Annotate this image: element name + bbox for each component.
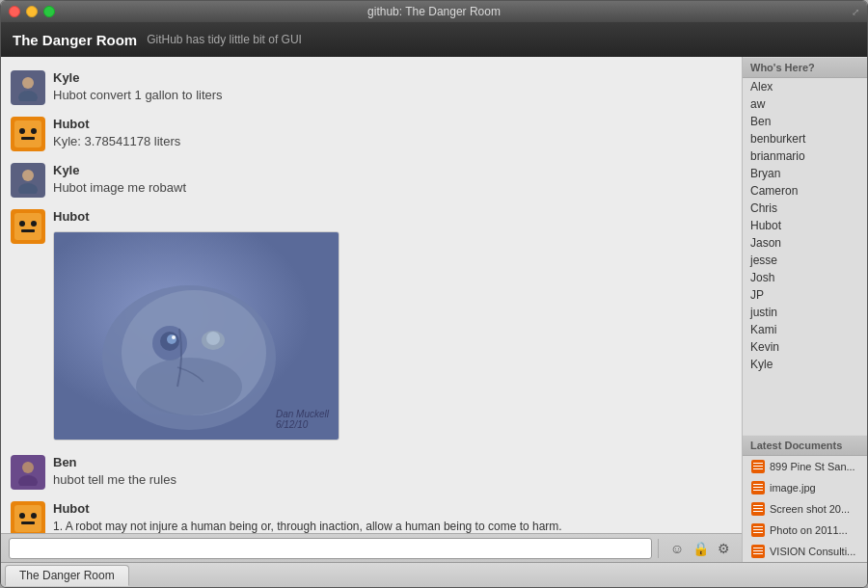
room-topic: GitHub has tidy little bit of GUI [147,33,302,46]
sidebar-item-aw[interactable]: aw [743,95,867,113]
tab-danger-room[interactable]: The Danger Room [5,565,129,586]
image-signature: Dan Muckell6/12/10 [276,409,329,430]
main-content: Kyle Hubot convert 1 gallon to liters [1,57,867,562]
sidebar-item-kevin[interactable]: Kevin [743,338,867,356]
tab-bar: The Danger Room [1,562,867,587]
doc-name: Screen shot 20... [770,503,850,515]
avatar [11,70,45,105]
minimize-button[interactable] [26,6,38,17]
sidebar-doc-2[interactable]: image.jpg [743,477,867,498]
sidebar-item-alex[interactable]: Alex [743,78,867,95]
sidebar-item-chris[interactable]: Chris [743,200,867,217]
svg-point-0 [22,77,34,89]
latest-docs: Latest Documents 899 Pine St San... imag… [743,435,867,562]
doc-name: 899 Pine St San... [770,461,855,472]
robot-image: Dan Muckell6/12/10 [54,232,339,440]
sidebar-item-brianmario[interactable]: brianmario [743,147,867,165]
svg-point-2 [22,170,34,181]
svg-point-1 [18,91,38,101]
divider [658,539,659,558]
settings-button[interactable]: ⚙ [713,538,734,559]
message-image: Dan Muckell6/12/10 [53,231,339,441]
message-author: Hubot [53,209,732,224]
main-window: github: The Danger Room ⤢ The Danger Roo… [0,0,868,588]
sidebar-doc-4[interactable]: Photo on 2011... [743,520,867,541]
sidebar-item-benburkert[interactable]: benburkert [743,130,867,147]
svg-point-3 [18,183,38,194]
svg-point-13 [136,358,242,415]
sidebar-item-kami[interactable]: Kami [743,321,867,338]
message-text: hubot tell me the rules [53,471,732,489]
sidebar-doc-3[interactable]: Screen shot 20... [743,498,867,520]
sidebar-item-hubot[interactable]: Hubot [743,217,867,234]
close-button[interactable] [9,6,20,17]
message-content: Hubot Kyle: 3.78541178 liters [53,117,732,150]
message-author: Hubot [53,117,732,131]
svg-point-10 [172,335,176,339]
svg-point-15 [18,475,38,486]
chat-area: Kyle Hubot convert 1 gallon to liters [1,57,742,562]
document-icon [750,522,766,538]
maximize-button[interactable] [43,6,55,17]
traffic-lights [9,6,55,17]
message-author: Kyle [53,70,732,85]
svg-point-9 [167,334,176,344]
message-text: Hubot convert 1 gallon to liters [53,87,732,104]
avatar [11,163,45,198]
resize-icon: ⤢ [852,7,859,17]
sidebar-item-kyle[interactable]: Kyle [743,356,867,373]
svg-point-14 [22,462,34,473]
message-group: Hubot [1,203,742,449]
room-header: The Danger Room GitHub has tidy little b… [1,22,867,57]
avatar [11,209,45,244]
message-author: Kyle [53,163,732,177]
tab-label: The Danger Room [19,569,115,582]
message-group: Ben hubot tell me the rules [1,449,742,495]
document-icon [750,480,766,495]
message-content: Kyle Hubot image me robawt [53,163,732,197]
sidebar-item-bryan[interactable]: Bryan [743,165,867,182]
title-bar: github: The Danger Room ⤢ [1,1,867,22]
sidebar-item-justin[interactable]: justin [743,304,867,321]
avatar [11,117,45,151]
sidebar-item-jesse[interactable]: jesse [743,252,867,269]
message-group: Kyle Hubot image me robawt [1,157,742,203]
sidebar-item-cameron[interactable]: Cameron [743,182,867,200]
sidebar-doc-1[interactable]: 899 Pine St San... [743,456,867,477]
message-group: Hubot 1. A robot may not injure a human … [1,495,742,533]
document-icon [750,544,766,559]
sidebar-item-ben[interactable]: Ben [743,113,867,130]
doc-name: Photo on 2011... [770,524,848,536]
avatar [11,501,45,533]
doc-name: VISION Consulti... [770,546,855,557]
message-text: Kyle: 3.78541178 liters [53,133,732,150]
chat-input[interactable] [9,538,652,559]
emoji-button[interactable]: ☺ [666,538,688,559]
message-author: Ben [53,455,732,469]
lock-button[interactable]: 🔒 [690,538,711,559]
message-text: 1. A robot may not injure a human being … [53,518,732,533]
message-content: Hubot [53,209,732,443]
input-area: ☺ 🔒 ⚙ [1,533,742,562]
latest-docs-header: Latest Documents [743,435,867,456]
message-group: Kyle Hubot convert 1 gallon to liters [1,65,742,111]
sidebar-item-jason[interactable]: Jason [743,234,867,252]
messages-list: Kyle Hubot convert 1 gallon to liters [1,57,742,533]
room-name: The Danger Room [13,32,137,48]
message-content: Ben hubot tell me the rules [53,455,732,489]
message-content: Hubot 1. A robot may not injure a human … [53,501,732,533]
sidebar: Who's Here? Alex aw Ben benburkert brian… [742,57,867,562]
window-title: github: The Danger Room [367,5,501,18]
svg-point-12 [206,332,220,345]
doc-name: image.jpg [770,482,816,494]
message-author: Hubot [53,501,732,516]
message-text: Hubot image me robawt [53,179,732,197]
message-content: Kyle Hubot convert 1 gallon to liters [53,70,732,104]
sidebar-item-josh[interactable]: Josh [743,269,867,286]
sidebar-item-jp[interactable]: JP [743,286,867,304]
users-list: Alex aw Ben benburkert brianmario Bryan … [743,78,867,435]
whos-here-header: Who's Here? [743,57,867,78]
sidebar-doc-5[interactable]: VISION Consulti... [743,541,867,562]
message-group: Hubot Kyle: 3.78541178 liters [1,111,742,157]
document-icon [750,501,766,517]
